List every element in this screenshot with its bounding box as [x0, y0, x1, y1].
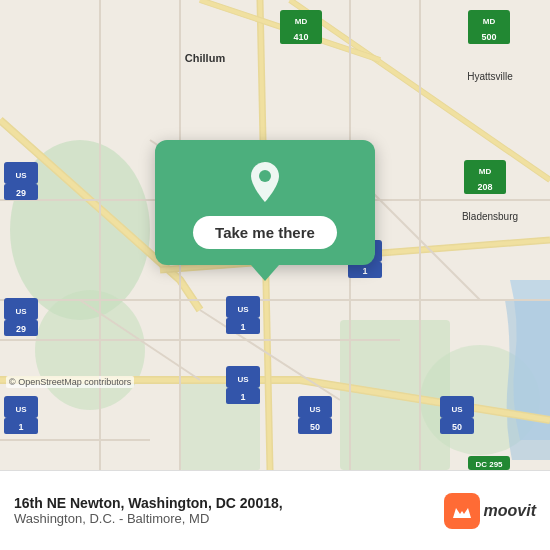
- svg-text:500: 500: [481, 32, 496, 42]
- svg-text:1: 1: [240, 392, 245, 402]
- svg-text:MD: MD: [483, 17, 496, 26]
- moovit-logo-mark: [444, 493, 480, 529]
- svg-text:US: US: [15, 171, 27, 180]
- svg-point-2: [35, 290, 145, 410]
- svg-text:Chillum: Chillum: [185, 52, 226, 64]
- svg-text:MD: MD: [295, 17, 308, 26]
- svg-text:US: US: [15, 405, 27, 414]
- svg-text:Bladensburg: Bladensburg: [462, 211, 518, 222]
- osm-attribution: © OpenStreetMap contributors: [6, 376, 134, 388]
- svg-text:US: US: [237, 305, 249, 314]
- bottom-bar: 16th NE Newton, Washington, DC 20018, Wa…: [0, 470, 550, 550]
- moovit-brand-name: moovit: [484, 502, 536, 520]
- svg-text:US: US: [15, 307, 27, 316]
- location-pin-icon: [241, 158, 289, 206]
- svg-point-55: [259, 170, 271, 182]
- svg-text:410: 410: [293, 32, 308, 42]
- svg-text:208: 208: [477, 182, 492, 192]
- svg-text:1: 1: [18, 422, 23, 432]
- svg-text:29: 29: [16, 324, 26, 334]
- svg-text:1: 1: [240, 322, 245, 332]
- address-line1: 16th NE Newton, Washington, DC 20018,: [14, 495, 283, 511]
- address-line2: Washington, D.C. - Baltimore, MD: [14, 511, 283, 526]
- svg-text:US: US: [451, 405, 463, 414]
- svg-text:DC 295: DC 295: [475, 460, 503, 469]
- map-container: US 29 US 29 US 1 US 1 US 1 US 50 US 50: [0, 0, 550, 470]
- svg-text:50: 50: [452, 422, 462, 432]
- svg-text:MD: MD: [479, 167, 492, 176]
- svg-text:1: 1: [362, 266, 367, 276]
- popup-card: Take me there: [155, 140, 375, 265]
- moovit-logo[interactable]: moovit: [444, 493, 536, 529]
- take-me-there-button[interactable]: Take me there: [193, 216, 337, 249]
- svg-text:50: 50: [310, 422, 320, 432]
- svg-text:US: US: [237, 375, 249, 384]
- svg-text:Hyattsville: Hyattsville: [467, 71, 513, 82]
- address-block: 16th NE Newton, Washington, DC 20018, Wa…: [14, 495, 283, 526]
- svg-text:29: 29: [16, 188, 26, 198]
- svg-text:US: US: [309, 405, 321, 414]
